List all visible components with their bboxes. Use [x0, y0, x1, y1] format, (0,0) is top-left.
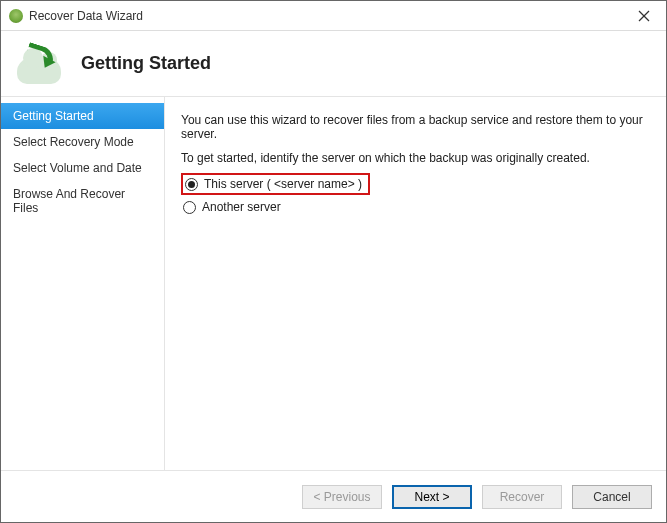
step-getting-started[interactable]: Getting Started	[1, 103, 164, 129]
titlebar-left: Recover Data Wizard	[9, 9, 143, 23]
cancel-button[interactable]: Cancel	[572, 485, 652, 509]
option-this-server[interactable]: This server ( <server name> )	[181, 173, 370, 195]
app-icon	[9, 9, 23, 23]
content: You can use this wizard to recover files…	[165, 97, 666, 470]
close-icon	[638, 10, 650, 22]
recover-button[interactable]: Recover	[482, 485, 562, 509]
close-button[interactable]	[622, 1, 666, 31]
radio-icon	[185, 178, 198, 191]
instruction-text: To get started, identify the server on w…	[181, 151, 650, 165]
step-label: Select Volume and Date	[13, 161, 142, 175]
cloud-recover-icon	[17, 44, 65, 84]
step-label: Select Recovery Mode	[13, 135, 134, 149]
option-label: Another server	[202, 200, 281, 214]
titlebar: Recover Data Wizard	[1, 1, 666, 31]
window-title: Recover Data Wizard	[29, 9, 143, 23]
body: Getting Started Select Recovery Mode Sel…	[1, 97, 666, 470]
step-select-volume-date[interactable]: Select Volume and Date	[1, 155, 164, 181]
radio-icon	[183, 201, 196, 214]
intro-text: You can use this wizard to recover files…	[181, 113, 650, 141]
step-select-recovery-mode[interactable]: Select Recovery Mode	[1, 129, 164, 155]
option-another-server[interactable]: Another server	[181, 197, 650, 217]
previous-button[interactable]: < Previous	[302, 485, 382, 509]
header: Getting Started	[1, 31, 666, 97]
wizard-window: Recover Data Wizard Getting Started Gett…	[0, 0, 667, 523]
sidebar: Getting Started Select Recovery Mode Sel…	[1, 97, 165, 470]
step-browse-recover[interactable]: Browse And Recover Files	[1, 181, 164, 221]
next-button[interactable]: Next >	[392, 485, 472, 509]
step-label: Browse And Recover Files	[13, 187, 125, 215]
step-label: Getting Started	[13, 109, 94, 123]
page-title: Getting Started	[81, 53, 211, 74]
option-label: This server ( <server name> )	[204, 177, 362, 191]
footer: < Previous Next > Recover Cancel	[1, 470, 666, 522]
